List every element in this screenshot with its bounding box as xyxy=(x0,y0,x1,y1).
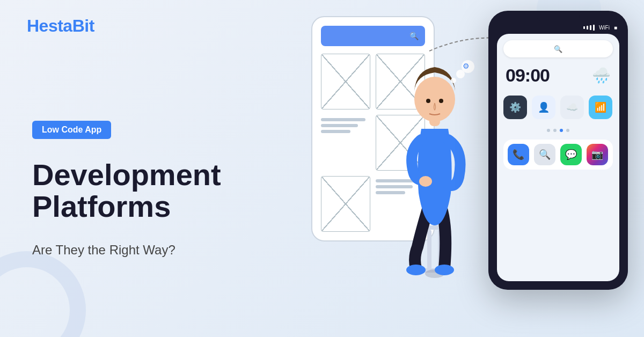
logo-text-blue: Bit xyxy=(72,16,94,35)
phone-dock: 📞 🔍 💬 📷 xyxy=(503,140,613,170)
signal-bar-4 xyxy=(593,25,595,31)
search-icon: 🔍 xyxy=(539,149,551,160)
phone-page-dots xyxy=(503,127,613,134)
headline-line1: Development Platforms xyxy=(32,158,221,223)
phone-app-whatsapp: 💬 xyxy=(560,144,582,165)
settings-icon: ⚙️ xyxy=(509,101,521,113)
phone-search-bar: 🔍 xyxy=(503,40,613,57)
main-headline: Development Platforms xyxy=(32,159,268,223)
svg-point-12 xyxy=(419,176,432,187)
whatsapp-icon: 💬 xyxy=(565,149,577,160)
subtitle-text: Are They the Right Way? xyxy=(32,241,268,259)
battery-icon: ■ xyxy=(614,25,617,31)
phone-app-cloud: ☁️ xyxy=(560,96,584,119)
signal-bars xyxy=(583,25,595,31)
wireframe-line xyxy=(321,124,358,127)
signal-bar-1 xyxy=(583,26,585,29)
phone-app-instagram: 📷 xyxy=(587,144,608,165)
phone-status-bar: WiFi ■ xyxy=(497,25,619,31)
svg-point-11 xyxy=(439,99,443,103)
call-icon: 📞 xyxy=(513,149,524,160)
person-icon: 👤 xyxy=(538,101,550,113)
logo: HestaBit xyxy=(27,16,94,36)
page-dot-2 xyxy=(553,129,557,132)
cloud-icon: ☁️ xyxy=(566,101,578,113)
wireframe-cell-4 xyxy=(321,176,370,232)
phone-app-call: 📞 xyxy=(508,144,529,165)
page-dot-4 xyxy=(566,129,569,132)
wifi-icon: WiFi xyxy=(599,25,610,31)
svg-point-6 xyxy=(435,265,454,275)
wireframe-line xyxy=(321,118,365,121)
phone-time: 09:00 xyxy=(506,65,550,86)
svg-point-13 xyxy=(451,78,456,83)
page-background: HestaBit Low Code App Development Platfo… xyxy=(0,0,644,337)
wireframe-line xyxy=(321,130,350,133)
phone-app-wifi: 📶 xyxy=(589,96,612,119)
instagram-icon: 📷 xyxy=(591,149,603,160)
smartphone: WiFi ■ 🔍 09:00 🌧️ ⚙️ 👤 ☁️ 📶 xyxy=(488,11,628,290)
page-dot-1 xyxy=(547,129,550,132)
category-badge: Low Code App xyxy=(32,121,111,139)
phone-screen: 🔍 09:00 🌧️ ⚙️ 👤 ☁️ 📶 xyxy=(497,34,619,281)
svg-rect-2 xyxy=(427,230,431,273)
page-dot-3-active xyxy=(560,129,563,132)
left-content-area: HestaBit Low Code App Development Platfo… xyxy=(0,0,301,337)
phone-apps-top-grid: ⚙️ 👤 ☁️ 📶 xyxy=(503,93,613,121)
phone-app-search: 🔍 xyxy=(534,144,555,165)
phone-weather-icon: 🌧️ xyxy=(592,67,611,84)
svg-point-10 xyxy=(426,99,430,103)
signal-bar-3 xyxy=(590,25,591,30)
wifi-icon: 📶 xyxy=(595,101,606,113)
person-illustration: ⚙ xyxy=(365,21,504,301)
phone-app-settings: ⚙️ xyxy=(503,96,527,119)
svg-text:⚙: ⚙ xyxy=(463,62,470,70)
wireframe-lines-1 xyxy=(321,115,370,171)
wireframe-cell-1 xyxy=(321,54,370,109)
signal-bar-2 xyxy=(587,26,588,30)
right-illustration: ⚙ WiFi ■ 🔍 09:00 xyxy=(268,0,644,337)
phone-search-icon: 🔍 xyxy=(554,45,562,53)
phone-notch xyxy=(537,11,580,23)
phone-app-contacts: 👤 xyxy=(532,96,555,119)
logo-text-black: Hesta xyxy=(27,16,72,35)
svg-point-7 xyxy=(406,265,426,275)
phone-time-row: 09:00 🌧️ xyxy=(503,63,613,88)
